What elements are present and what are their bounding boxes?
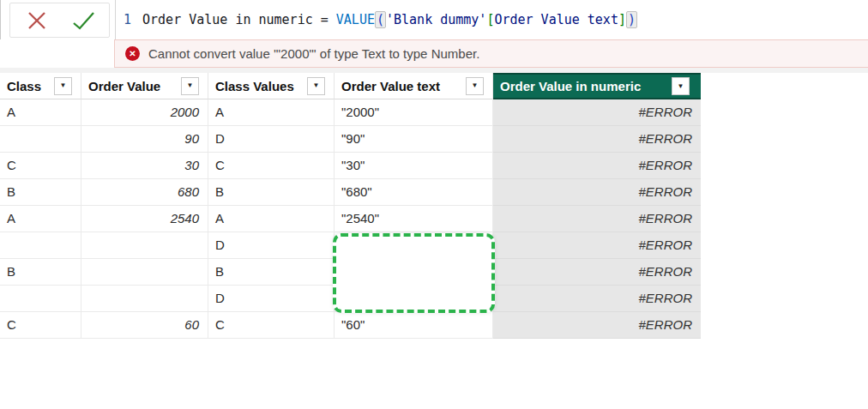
- table-cell[interactable]: A: [0, 206, 81, 232]
- table-row: C 30 C "30" #ERROR: [0, 153, 701, 179]
- table-cell[interactable]: [81, 232, 208, 259]
- chevron-down-icon: ▼: [60, 82, 67, 89]
- filter-dropdown-button[interactable]: ▼: [307, 77, 325, 95]
- commit-button[interactable]: [71, 10, 95, 31]
- column-header-order-value-in-numeric[interactable]: Order Value in numeric ▼: [493, 73, 701, 99]
- table-cell[interactable]: #ERROR: [493, 259, 701, 286]
- formula-expression-name: Order Value in numeric: [142, 12, 313, 27]
- error-message: Cannot convert value '"2000"' of type Te…: [148, 46, 479, 61]
- formula-column-reference: Order Value text: [494, 12, 618, 27]
- table-cell[interactable]: "30": [335, 153, 493, 179]
- table-cell[interactable]: C: [0, 312, 81, 339]
- table-cell[interactable]: "60": [335, 312, 493, 339]
- selection-outline: [333, 233, 495, 313]
- filter-dropdown-button[interactable]: ▼: [54, 77, 72, 95]
- table-cell[interactable]: "90": [335, 126, 493, 153]
- table-cell[interactable]: A: [208, 206, 335, 232]
- column-header-label: Order Value text: [341, 79, 440, 93]
- table-cell[interactable]: B: [208, 179, 335, 206]
- table-cell[interactable]: [81, 286, 208, 312]
- table-cell[interactable]: 680: [81, 179, 208, 206]
- chevron-down-icon: ▼: [313, 82, 320, 89]
- dax-formula-bar: 1 Order Value in numeric = VALUE ( 'Blan…: [0, 0, 868, 39]
- table-cell[interactable]: D: [208, 126, 335, 153]
- table-cell[interactable]: #ERROR: [493, 206, 701, 232]
- filter-dropdown-button[interactable]: ▼: [672, 77, 690, 95]
- column-header-class[interactable]: Class ▼: [0, 73, 81, 99]
- formula-table-reference: 'Blank dummy': [386, 12, 486, 27]
- formula-line-number: 1: [124, 12, 131, 27]
- table-cell[interactable]: #ERROR: [493, 312, 701, 339]
- x-icon: [26, 11, 48, 30]
- table-cell[interactable]: A: [208, 99, 335, 126]
- check-icon: [71, 11, 95, 30]
- table-cell[interactable]: 2540: [81, 206, 208, 232]
- table-cell[interactable]: #ERROR: [493, 232, 701, 259]
- formula-open-bracket: [: [486, 12, 494, 27]
- cancel-button[interactable]: [25, 10, 49, 31]
- formula-commit-controls: [9, 3, 110, 38]
- table-row: C 60 C "60" #ERROR: [0, 312, 701, 339]
- column-header-order-value-text[interactable]: Order Value text ▼: [335, 73, 493, 99]
- table-cell[interactable]: [0, 286, 81, 312]
- table-cell[interactable]: #ERROR: [493, 179, 701, 206]
- filter-dropdown-button[interactable]: ▼: [181, 77, 199, 95]
- table-cell[interactable]: "680": [335, 179, 493, 206]
- chevron-down-icon: ▼: [678, 83, 684, 90]
- table-cell[interactable]: A: [0, 99, 81, 126]
- table-cell[interactable]: 2000: [81, 99, 208, 126]
- table-row: A 2540 A "2540" #ERROR: [0, 206, 701, 232]
- powerbi-data-view: 1 Order Value in numeric = VALUE ( 'Blan…: [0, 0, 868, 409]
- table-cell[interactable]: #ERROR: [493, 99, 701, 126]
- table-row: B 680 B "680" #ERROR: [0, 179, 701, 206]
- table-row: A 2000 A "2000" #ERROR: [0, 99, 701, 126]
- formula-close-bracket: ]: [618, 12, 626, 27]
- table-row: 90 D "90" #ERROR: [0, 126, 701, 153]
- column-header-label: Order Value: [88, 79, 160, 93]
- column-header-label: Order Value in numeric: [500, 79, 641, 93]
- table-cell[interactable]: C: [208, 312, 335, 339]
- chevron-down-icon: ▼: [472, 82, 479, 89]
- table-cell[interactable]: [0, 232, 81, 259]
- formula-equals: =: [313, 12, 336, 27]
- formula-open-paren: (: [375, 11, 386, 28]
- chevron-down-icon: ▼: [187, 82, 194, 89]
- table-cell[interactable]: [81, 259, 208, 286]
- filter-dropdown-button[interactable]: ▼: [466, 77, 484, 95]
- error-icon: ✕: [125, 46, 140, 61]
- formula-close-paren: ): [626, 11, 637, 28]
- table-cell[interactable]: "2540": [335, 206, 493, 232]
- column-header-label: Class: [7, 79, 41, 93]
- column-header-class-values[interactable]: Class Values ▼: [208, 73, 335, 99]
- table-cell[interactable]: #ERROR: [493, 286, 701, 312]
- table-cell[interactable]: 30: [81, 153, 208, 179]
- formula-function: VALUE: [336, 12, 375, 27]
- table-cell[interactable]: [0, 126, 81, 153]
- table-cell[interactable]: "2000": [335, 99, 493, 126]
- table-cell[interactable]: C: [0, 153, 81, 179]
- table-cell[interactable]: B: [208, 259, 335, 286]
- column-header-label: Class Values: [215, 79, 294, 93]
- table-cell[interactable]: B: [0, 259, 81, 286]
- error-banner: ✕ Cannot convert value '"2000"' of type …: [114, 39, 868, 68]
- table-cell[interactable]: 90: [81, 126, 208, 153]
- table-cell[interactable]: C: [208, 153, 335, 179]
- table-cell[interactable]: #ERROR: [493, 126, 701, 153]
- table-cell[interactable]: B: [0, 179, 81, 206]
- table-cell[interactable]: D: [208, 286, 335, 312]
- table-cell[interactable]: #ERROR: [493, 153, 701, 179]
- table-cell[interactable]: 60: [81, 312, 208, 339]
- grid-header-row: Class ▼ Order Value ▼ Class Values ▼ Ord…: [0, 73, 701, 99]
- table-cell[interactable]: D: [208, 232, 335, 259]
- column-header-order-value[interactable]: Order Value ▼: [81, 73, 208, 99]
- formula-input[interactable]: 1 Order Value in numeric = VALUE ( 'Blan…: [115, 0, 868, 39]
